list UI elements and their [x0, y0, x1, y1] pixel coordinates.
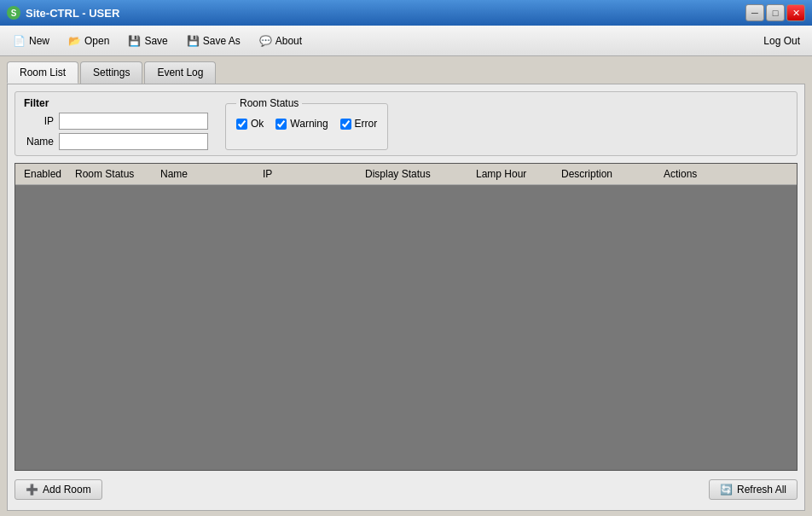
th-display-status: Display Status [360, 166, 471, 182]
ok-label: Ok [251, 118, 264, 130]
filter-ip-row: IP [24, 113, 208, 130]
about-button[interactable]: 💬 About [250, 31, 311, 51]
error-checkbox-item: Error [340, 118, 378, 130]
warning-label: Warning [290, 118, 328, 130]
name-input[interactable] [59, 133, 208, 150]
warning-checkbox-item: Warning [276, 118, 328, 130]
window-title: Site-CTRL - USER [26, 7, 745, 20]
new-button[interactable]: 📄 New [3, 31, 59, 51]
close-button[interactable]: ✕ [786, 4, 805, 21]
new-icon: 📄 [13, 35, 26, 47]
th-ip: IP [258, 166, 360, 182]
th-actions: Actions [658, 166, 793, 182]
error-label: Error [355, 118, 378, 130]
ip-label: IP [24, 115, 54, 127]
main-content: Room List Settings Event Log Filter IP N… [0, 56, 812, 516]
minimize-button[interactable]: ─ [745, 4, 764, 21]
error-checkbox[interactable] [340, 119, 351, 130]
add-room-icon: ➕ [26, 484, 38, 496]
name-label: Name [24, 136, 54, 148]
th-lamp-hour: Lamp Hour [471, 166, 556, 182]
tab-room-list[interactable]: Room List [7, 61, 78, 84]
warning-checkbox[interactable] [276, 119, 287, 130]
room-status-group: Room Status Ok Warning Error [225, 97, 388, 150]
th-enabled: Enabled [19, 166, 70, 182]
room-status-checkboxes: Ok Warning Error [236, 118, 377, 130]
maximize-button[interactable]: □ [766, 4, 785, 21]
about-icon: 💬 [259, 35, 272, 47]
filter-name-row: Name [24, 133, 208, 150]
title-bar: S Site-CTRL - USER ─ □ ✕ [0, 0, 812, 26]
table-header: Enabled Room Status Name IP Display Stat… [15, 164, 797, 185]
ok-checkbox-item: Ok [236, 118, 264, 130]
add-room-button[interactable]: ➕ Add Room [14, 479, 102, 500]
bottom-bar: ➕ Add Room 🔄 Refresh All [14, 476, 798, 503]
ok-checkbox[interactable] [236, 119, 247, 130]
room-status-legend: Room Status [236, 97, 302, 109]
save-as-icon: 💾 [187, 35, 200, 47]
save-icon: 💾 [128, 35, 141, 47]
logout-button[interactable]: Log Out [755, 32, 809, 50]
refresh-icon: 🔄 [720, 484, 733, 496]
th-room-status: Room Status [70, 166, 155, 182]
th-name: Name [155, 166, 258, 182]
save-button[interactable]: 💾 Save [119, 31, 177, 51]
refresh-all-button[interactable]: 🔄 Refresh All [709, 479, 798, 500]
filter-title: Filter [24, 97, 208, 109]
save-as-button[interactable]: 💾 Save As [177, 31, 250, 51]
th-description: Description [556, 166, 658, 182]
open-button[interactable]: 📂 Open [59, 31, 119, 51]
filter-fields: IP Name [24, 113, 208, 150]
filter-section: Filter IP Name Room Status [14, 91, 798, 156]
tab-event-log[interactable]: Event Log [144, 61, 216, 84]
room-table: Enabled Room Status Name IP Display Stat… [14, 163, 798, 471]
filter-group: Filter IP Name [24, 97, 208, 150]
open-icon: 📂 [68, 35, 81, 47]
tab-settings[interactable]: Settings [80, 61, 142, 84]
toolbar: 📄 New 📂 Open 💾 Save 💾 Save As 💬 About Lo… [0, 26, 812, 56]
app-icon: S [7, 6, 20, 20]
window-controls: ─ □ ✕ [745, 4, 805, 21]
ip-input[interactable] [59, 113, 208, 130]
tab-bar: Room List Settings Event Log [7, 61, 805, 84]
tab-panel-room-list: Filter IP Name Room Status [7, 84, 805, 511]
